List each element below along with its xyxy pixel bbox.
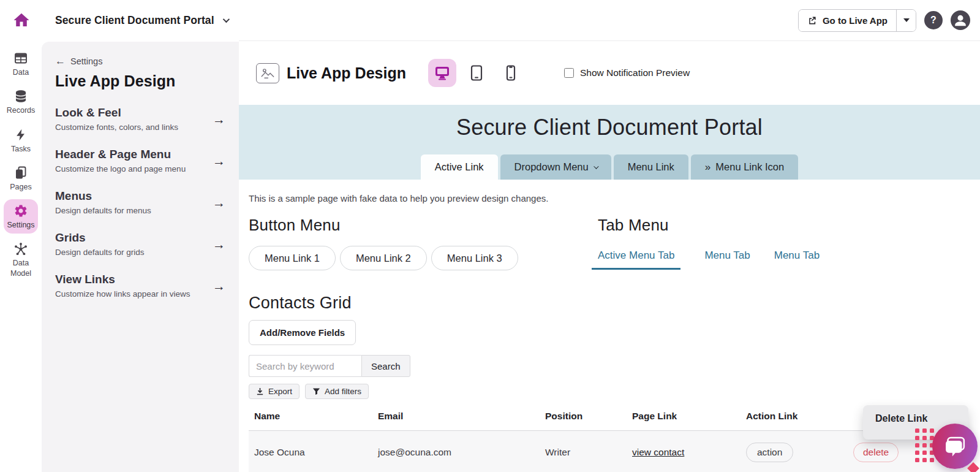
- user-avatar-icon: [951, 10, 970, 30]
- preview-tab-label: Active Link: [435, 161, 484, 173]
- sidebar-item-subtitle: Customize how links appear in views: [55, 289, 190, 299]
- rail-label: Records: [7, 105, 36, 115]
- tab-menu-section: Tab Menu Active Menu Tab Menu Tab Menu T…: [598, 216, 820, 270]
- rail-item-records[interactable]: Records: [4, 85, 38, 119]
- sidebar-item-look-and-feel[interactable]: Look & Feel Customize fonts, colors, and…: [55, 106, 227, 132]
- lightning-icon: [14, 128, 28, 142]
- sidebar-item-title: View Links: [55, 273, 190, 286]
- rail-label: Pages: [10, 182, 31, 192]
- sidebar-item-subtitle: Customize the logo and page menu: [55, 164, 186, 173]
- preview-tab-menu-link-icon[interactable]: » Menu Link Icon: [691, 154, 798, 180]
- go-to-live-app-dropdown-button[interactable]: [896, 10, 916, 31]
- column-header-position[interactable]: Position: [540, 411, 627, 422]
- gear-icon: [13, 204, 28, 218]
- desktop-toggle-button[interactable]: [428, 59, 456, 87]
- show-notification-preview-checkbox[interactable]: [564, 68, 574, 78]
- preview-tab-active-link[interactable]: Active Link: [421, 154, 498, 180]
- sidebar-item-title: Header & Page Menu: [55, 148, 186, 161]
- sidebar-item-menus[interactable]: Menus Design defaults for menus →: [55, 189, 227, 215]
- live-app-design-header: Live App Design: [239, 41, 980, 105]
- rail-label: Settings: [7, 220, 34, 230]
- app-switcher[interactable]: Secure Client Document Portal: [55, 14, 228, 27]
- phone-icon: [505, 64, 517, 82]
- arrow-right-icon: →: [213, 154, 225, 169]
- caret-down-icon: [903, 18, 910, 22]
- search-input[interactable]: [249, 355, 361, 377]
- preview-tab-dropdown-menu[interactable]: Dropdown Menu: [500, 154, 611, 180]
- filter-funnel-icon: [312, 387, 320, 395]
- rail-item-pages[interactable]: Pages: [4, 161, 38, 196]
- sidebar-item-subtitle: Customize fonts, colors, and links: [55, 123, 178, 132]
- rail-item-settings[interactable]: Settings: [4, 199, 38, 234]
- sidebar-item-grids[interactable]: Grids Design defaults for grids →: [55, 231, 227, 257]
- drag-dots-pattern: [915, 428, 934, 462]
- cell-position: Writer: [540, 447, 627, 458]
- phone-toggle-button[interactable]: [497, 59, 525, 87]
- contacts-grid-table: Name Email Position Page Link Action Lin…: [249, 402, 970, 472]
- settings-sidebar: ← Settings Live App Design Look & Feel C…: [42, 42, 239, 472]
- rail-label: Tasks: [11, 144, 31, 154]
- app-title: Secure Client Document Portal: [55, 14, 214, 27]
- tab-active-menu-tab[interactable]: Active Menu Tab: [592, 249, 680, 270]
- preview-tab-menu-link[interactable]: Menu Link: [614, 154, 688, 180]
- question-mark-icon: ?: [930, 15, 937, 26]
- back-to-settings-link[interactable]: ← Settings: [55, 55, 227, 67]
- home-icon: [12, 11, 31, 29]
- tab-menu-tab-1[interactable]: Menu Tab: [704, 249, 750, 270]
- cell-action-link: action: [741, 443, 848, 462]
- add-filters-button[interactable]: Add filters: [305, 384, 369, 399]
- column-header-page-link[interactable]: Page Link: [627, 411, 741, 422]
- menu-link-2-button[interactable]: Menu Link 2: [340, 246, 427, 270]
- column-header-email[interactable]: Email: [372, 411, 540, 422]
- sidebar-item-view-links[interactable]: View Links Customize how links appear in…: [55, 273, 227, 299]
- menu-link-1-button[interactable]: Menu Link 1: [249, 246, 336, 270]
- rail-item-data[interactable]: Data: [4, 47, 38, 81]
- delete-button[interactable]: delete: [853, 443, 899, 462]
- live-app-preview-banner: Secure Client Document Portal Active Lin…: [239, 105, 980, 180]
- arrow-right-icon: →: [213, 279, 225, 294]
- arrow-right-icon: →: [213, 237, 225, 252]
- help-button[interactable]: ?: [924, 11, 943, 29]
- preview-tab-label: Dropdown Menu: [514, 161, 589, 173]
- pages-icon: [13, 166, 28, 180]
- search-button[interactable]: Search: [361, 355, 410, 377]
- column-header-name[interactable]: Name: [249, 411, 372, 422]
- table-header-row: Name Email Position Page Link Action Lin…: [249, 402, 970, 431]
- cell-name: Jose Ocuna: [249, 447, 372, 458]
- double-chevron-right-icon: »: [705, 161, 710, 173]
- back-link-label: Settings: [70, 56, 102, 66]
- action-button[interactable]: action: [746, 443, 793, 462]
- preview-nav-tabs: Active Link Dropdown Menu Menu Link » Me…: [239, 154, 980, 180]
- sidebar-item-title: Look & Feel: [55, 106, 178, 120]
- rail-item-data-model[interactable]: Data Model: [4, 237, 38, 282]
- sidebar-item-header-page-menu[interactable]: Header & Page Menu Customize the logo an…: [55, 148, 227, 173]
- column-header-action-link[interactable]: Action Link: [741, 411, 848, 422]
- export-button[interactable]: Export: [249, 384, 300, 399]
- menu-link-3-button[interactable]: Menu Link 3: [431, 246, 518, 270]
- view-contact-link[interactable]: view contact: [632, 447, 684, 457]
- sidebar-item-subtitle: Design defaults for menus: [55, 206, 151, 215]
- add-filters-label: Add filters: [325, 387, 361, 396]
- rail-item-tasks[interactable]: Tasks: [4, 123, 38, 158]
- chat-bubbles-icon: [943, 435, 967, 458]
- export-label: Export: [268, 387, 292, 396]
- tablet-toggle-button[interactable]: [462, 59, 491, 87]
- home-button[interactable]: [11, 10, 32, 31]
- table-row: Jose Ocuna jose@ocuna.com Writer view co…: [249, 431, 970, 472]
- chat-widget-button[interactable]: [932, 424, 978, 469]
- database-icon: [13, 89, 28, 104]
- table-icon: [13, 51, 28, 66]
- account-button[interactable]: [951, 10, 970, 30]
- desktop-icon: [434, 65, 451, 82]
- go-to-live-app-button[interactable]: Go to Live App: [799, 10, 896, 31]
- external-link-icon: [807, 15, 817, 25]
- preview-app-title: Secure Client Document Portal: [239, 105, 980, 140]
- page-title: Live App Design: [287, 64, 406, 82]
- arrow-right-icon: →: [213, 112, 225, 127]
- add-remove-fields-button[interactable]: Add/Remove Fields: [249, 320, 356, 345]
- tab-menu-tab-2[interactable]: Menu Tab: [774, 249, 820, 270]
- sidebar-item-title: Grids: [55, 231, 145, 245]
- sidebar-title: Live App Design: [55, 72, 227, 90]
- go-to-live-app-split-button: Go to Live App: [798, 9, 916, 32]
- cell-page-link: view contact: [627, 447, 741, 458]
